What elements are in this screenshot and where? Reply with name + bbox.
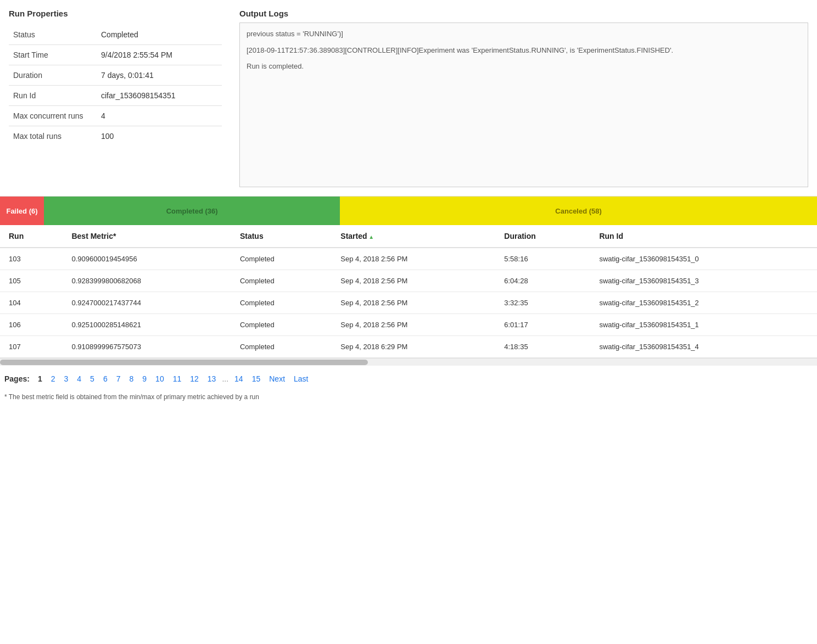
pagination-page-5[interactable]: 5	[87, 373, 97, 384]
cell-runId: swatig-cifar_1536098154351_2	[590, 292, 817, 314]
footnote-text: * The best metric field is obtained from…	[4, 393, 259, 401]
status-bar: Failed (6) Completed (36) Canceled (58)	[0, 197, 817, 225]
pagination-current: 1	[35, 373, 45, 384]
table-row[interactable]: 1070.9108999967575073CompletedSep 4, 201…	[0, 336, 817, 358]
cell-runId: swatig-cifar_1536098154351_0	[590, 248, 817, 270]
property-label: Status	[9, 25, 97, 45]
pagination-page-8[interactable]: 8	[127, 373, 137, 384]
cell-status: Completed	[231, 292, 332, 314]
pagination-label: Pages:	[4, 374, 30, 383]
pagination-page-3[interactable]: 3	[61, 373, 71, 384]
cell-started: Sep 4, 2018 2:56 PM	[332, 314, 495, 336]
pagination-last[interactable]: Last	[291, 373, 311, 384]
pagination-page-6[interactable]: 6	[100, 373, 110, 384]
pagination-page-10[interactable]: 10	[153, 373, 167, 384]
property-value: 4	[97, 106, 222, 126]
cell-metric: 0.9108999967575073	[63, 336, 231, 358]
table-row[interactable]: 1030.909600019454956CompletedSep 4, 2018…	[0, 248, 817, 270]
table-header-runId[interactable]: Run Id	[590, 225, 817, 248]
cell-status: Completed	[231, 270, 332, 292]
property-value: 9/4/2018 2:55:54 PM	[97, 45, 222, 65]
pagination: Pages:12345678910111213...1415NextLast	[4, 373, 813, 384]
cell-run: 105	[0, 270, 63, 292]
property-row: Max concurrent runs 4	[9, 106, 222, 126]
log-line: [2018-09-11T21:57:36.389083][CONTROLLER]…	[247, 45, 801, 56]
cell-run: 107	[0, 336, 63, 358]
cell-run: 104	[0, 292, 63, 314]
log-content-area[interactable]: previous status = 'RUNNING')][2018-09-11…	[239, 23, 808, 187]
property-row: Duration 7 days, 0:01:41	[9, 65, 222, 86]
cell-metric: 0.9251000285148621	[63, 314, 231, 336]
cell-run: 106	[0, 314, 63, 336]
pagination-page-11[interactable]: 11	[170, 373, 184, 384]
properties-table: Status Completed Start Time 9/4/2018 2:5…	[9, 25, 222, 146]
property-label: Duration	[9, 65, 97, 86]
property-value: cifar_1536098154351	[97, 86, 222, 106]
runs-table: RunBest Metric*StatusStartedDurationRun …	[0, 225, 817, 358]
cell-started: Sep 4, 2018 2:56 PM	[332, 248, 495, 270]
table-section: RunBest Metric*StatusStartedDurationRun …	[0, 225, 817, 358]
pagination-page-13[interactable]: 13	[205, 373, 219, 384]
cell-started: Sep 4, 2018 2:56 PM	[332, 270, 495, 292]
table-header-status[interactable]: Status	[231, 225, 332, 248]
property-label: Max total runs	[9, 126, 97, 147]
cell-duration: 5:58:16	[495, 248, 590, 270]
pagination-page-9[interactable]: 9	[139, 373, 149, 384]
runs-table-wrapper: RunBest Metric*StatusStartedDurationRun …	[0, 225, 817, 366]
property-value: 100	[97, 126, 222, 147]
output-logs-title: Output Logs	[239, 9, 808, 18]
cell-duration: 6:01:17	[495, 314, 590, 336]
property-label: Start Time	[9, 45, 97, 65]
property-row: Run Id cifar_1536098154351	[9, 86, 222, 106]
pagination-ellipsis: ...	[222, 374, 228, 383]
table-header-started[interactable]: Started	[332, 225, 495, 248]
cell-duration: 4:18:35	[495, 336, 590, 358]
pagination-page-14[interactable]: 14	[232, 373, 246, 384]
cell-runId: swatig-cifar_1536098154351_4	[590, 336, 817, 358]
completed-bar[interactable]: Completed (36)	[44, 197, 340, 225]
table-header-run[interactable]: Run	[0, 225, 63, 248]
pagination-page-12[interactable]: 12	[187, 373, 202, 384]
table-row[interactable]: 1050.9283999800682068CompletedSep 4, 201…	[0, 270, 817, 292]
property-row: Max total runs 100	[9, 126, 222, 147]
table-header-duration[interactable]: Duration	[495, 225, 590, 248]
scrollbar-thumb[interactable]	[0, 360, 368, 365]
cell-duration: 6:04:28	[495, 270, 590, 292]
cell-started: Sep 4, 2018 2:56 PM	[332, 292, 495, 314]
cell-started: Sep 4, 2018 6:29 PM	[332, 336, 495, 358]
log-line: Run is completed.	[247, 61, 801, 72]
log-line: previous status = 'RUNNING')]	[247, 29, 801, 40]
table-header-metric[interactable]: Best Metric*	[63, 225, 231, 248]
pagination-section: Pages:12345678910111213...1415NextLast	[0, 366, 817, 389]
pagination-page-7[interactable]: 7	[114, 373, 124, 384]
property-label: Max concurrent runs	[9, 106, 97, 126]
property-row: Status Completed	[9, 25, 222, 45]
pagination-page-2[interactable]: 2	[48, 373, 58, 384]
cell-status: Completed	[231, 336, 332, 358]
output-logs-panel: Output Logs previous status = 'RUNNING')…	[231, 9, 817, 187]
property-value: Completed	[97, 25, 222, 45]
cell-runId: swatig-cifar_1536098154351_3	[590, 270, 817, 292]
property-value: 7 days, 0:01:41	[97, 65, 222, 86]
pagination-next[interactable]: Next	[266, 373, 288, 384]
horizontal-scrollbar[interactable]	[0, 358, 817, 366]
cell-duration: 3:32:35	[495, 292, 590, 314]
property-label: Run Id	[9, 86, 97, 106]
failed-bar[interactable]: Failed (6)	[0, 197, 44, 225]
cell-status: Completed	[231, 248, 332, 270]
property-row: Start Time 9/4/2018 2:55:54 PM	[9, 45, 222, 65]
table-row[interactable]: 1060.9251000285148621CompletedSep 4, 201…	[0, 314, 817, 336]
run-properties-panel: Run Properties Status Completed Start Ti…	[0, 9, 231, 187]
run-properties-title: Run Properties	[9, 9, 222, 18]
pagination-page-15[interactable]: 15	[249, 373, 264, 384]
cell-run: 103	[0, 248, 63, 270]
footnote: * The best metric field is obtained from…	[0, 389, 817, 410]
cell-metric: 0.9283999800682068	[63, 270, 231, 292]
cell-metric: 0.9247000217437744	[63, 292, 231, 314]
failed-label: Failed (6)	[6, 207, 37, 215]
completed-label: Completed (36)	[166, 207, 218, 215]
canceled-bar[interactable]: Canceled (58)	[340, 197, 817, 225]
cell-status: Completed	[231, 314, 332, 336]
pagination-page-4[interactable]: 4	[74, 373, 84, 384]
table-row[interactable]: 1040.9247000217437744CompletedSep 4, 201…	[0, 292, 817, 314]
